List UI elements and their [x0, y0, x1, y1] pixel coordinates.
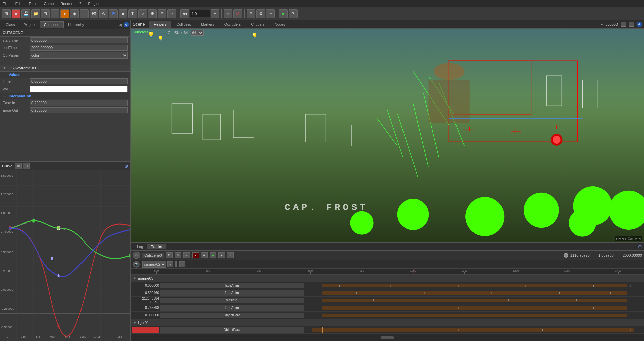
viewport-icon-2[interactable]: [629, 22, 634, 27]
toolbar-redo-icon[interactable]: ↺: [233, 9, 242, 18]
tab-tracks[interactable]: Tracks: [147, 244, 166, 249]
toolbar-wheel-icon[interactable]: ⊙: [99, 9, 108, 18]
scene-tab-clippers[interactable]: Clippers: [246, 21, 269, 28]
toolbar-new-icon[interactable]: ⊞: [2, 9, 11, 18]
menu-plugins[interactable]: Plugins: [87, 1, 102, 6]
toolbar-prev-icon[interactable]: ◀◀: [180, 9, 189, 18]
toolbar-box-icon[interactable]: ◻: [51, 9, 59, 18]
toolbar-fx-icon[interactable]: FX: [90, 9, 98, 18]
toolbar-T-icon[interactable]: T: [128, 9, 137, 18]
cam-plus-btn[interactable]: +: [179, 261, 185, 267]
scene-expand-icon[interactable]: ⊕: [637, 22, 642, 27]
menu-file[interactable]: File: [1, 1, 10, 6]
scene-tab-nodes[interactable]: Nodes: [270, 21, 290, 28]
track-timeline-1[interactable]: [305, 282, 644, 289]
grid-size-select[interactable]: 6432128: [191, 30, 204, 36]
menu-edit[interactable]: Edit: [14, 1, 23, 6]
toolbar-arrow-icon[interactable]: →: [80, 9, 89, 18]
toolbar-sphere-icon[interactable]: ●: [60, 9, 69, 18]
track-timeline-3[interactable]: [305, 297, 644, 304]
left-panel-arrow[interactable]: ◀: [119, 22, 122, 27]
left-tab-strip: Class Project Cutscene Hierarchy ◀ ⊕: [0, 20, 130, 29]
tl-stop-icon[interactable]: ■: [201, 252, 208, 258]
toolbar-grid-icon[interactable]: ⊡: [41, 9, 50, 18]
zoom-input[interactable]: 1.0: [190, 10, 210, 17]
tab-class[interactable]: Class: [1, 21, 19, 28]
track-name-5[interactable]: ObjectPara: [160, 313, 304, 318]
bottom-close-icon[interactable]: ⊕: [638, 244, 642, 249]
toolbar-arrow2-icon[interactable]: ↗: [167, 9, 176, 18]
toolbar-settings-icon[interactable]: ⚙: [256, 9, 265, 18]
svg-line-24: [10, 223, 27, 228]
track-value-2: 0.599460: [132, 291, 159, 295]
track-name-1[interactable]: fadeAnim: [160, 283, 304, 288]
val-color-swatch[interactable]: [30, 86, 128, 92]
track-name-3[interactable]: traslate: [160, 298, 304, 303]
light-color-swatch[interactable]: [132, 327, 159, 333]
curve-expand-icon[interactable]: ⊕: [124, 163, 128, 169]
toolbar-dots-icon[interactable]: ⋯: [266, 9, 275, 18]
toolbar-save-icon[interactable]: 💾: [21, 9, 30, 18]
ease-in-value[interactable]: [30, 100, 128, 106]
tab-log[interactable]: Log: [133, 244, 147, 249]
viewport-icon-1[interactable]: [621, 22, 626, 27]
toolbar-diamond-icon[interactable]: ◆: [119, 9, 127, 18]
menu-tools[interactable]: Tools: [27, 1, 39, 6]
tab-project[interactable]: Project: [19, 21, 40, 28]
track-timeline-5[interactable]: [305, 312, 644, 319]
tl-pause-icon[interactable]: ⏸: [227, 252, 234, 258]
tl-refresh2-icon[interactable]: ⟳: [166, 252, 173, 258]
scene-tab-occluders[interactable]: Occluders: [219, 21, 246, 28]
ease-out-value[interactable]: [30, 107, 128, 113]
menu-render[interactable]: Render: [59, 1, 74, 6]
scene-tab-helpers[interactable]: Helpers: [149, 21, 171, 28]
toolbar-star-icon[interactable]: ★: [12, 9, 20, 18]
tab-cutscene[interactable]: Cutscene: [40, 21, 64, 28]
tl-record-icon[interactable]: ●: [192, 252, 199, 258]
toolbar-flag-icon[interactable]: ⚑: [109, 9, 118, 18]
toolbar-dropdown-icon[interactable]: ▼: [211, 9, 219, 18]
left-panel-expand-icon[interactable]: ⊕: [124, 22, 129, 27]
toolbar-grid2-icon[interactable]: ⊞: [247, 9, 255, 18]
toolbar-node-icon[interactable]: ◈: [70, 9, 79, 18]
track-timeline-4[interactable]: [305, 304, 644, 311]
tl-stop2-icon[interactable]: ■: [218, 252, 225, 258]
toolbar-undo-icon[interactable]: ↩: [224, 9, 232, 18]
scene-tab-markers[interactable]: Markers: [196, 21, 219, 28]
viewport[interactable]: CAP. FROST 50meters: [131, 29, 644, 242]
menu-game[interactable]: Game: [42, 1, 55, 6]
curve-tool-1[interactable]: ⊞: [15, 163, 22, 169]
menu-help[interactable]: ?: [78, 1, 83, 6]
svg-rect-107: [593, 307, 594, 309]
tl-move-icon[interactable]: ↔: [183, 252, 190, 258]
track-timeline-light-1[interactable]: [305, 326, 644, 333]
tab-hierarchy[interactable]: Hierarchy: [64, 21, 88, 28]
cam-minus-btn[interactable]: −: [167, 261, 173, 267]
track-name-2[interactable]: fadeAnim: [160, 290, 304, 296]
svg-rect-106: [458, 307, 459, 309]
toolbar-folder-icon[interactable]: 📁: [31, 9, 40, 18]
toolbar-gear-icon[interactable]: ⚙: [148, 9, 157, 18]
tl-play-icon[interactable]: ▶: [210, 252, 216, 258]
bottom-section: Log Tracks ⊕ ⟳ Cutscene0 ⟳ ✎ ↔ ● ■ ▶ ■ ⏸…: [131, 242, 644, 341]
end-time-value[interactable]: [30, 45, 128, 51]
toolbar-play-icon[interactable]: ▶: [279, 9, 288, 18]
tracks-scroll-bar[interactable]: [131, 334, 644, 341]
track-name-4[interactable]: fadeAnim: [160, 305, 304, 311]
tl-edit-icon[interactable]: ✎: [175, 252, 181, 258]
toolbar-checker-icon[interactable]: ⊞: [158, 9, 166, 18]
camera-select[interactable]: camera02: [142, 261, 166, 268]
tl-refresh-icon[interactable]: ⟳: [133, 252, 140, 259]
scroll-thumb[interactable]: [381, 336, 394, 339]
start-time-value[interactable]: [30, 37, 128, 43]
curve-canvas[interactable]: 1.500000 1.250000 1.000000 0.750000 0.50…: [0, 170, 130, 341]
scene-tab-colliders[interactable]: Colliders: [171, 21, 196, 28]
track-timeline-2[interactable]: [305, 289, 644, 296]
time-value[interactable]: [30, 78, 128, 84]
curve-tool-2[interactable]: ⊟: [23, 163, 30, 169]
obj-param-select[interactable]: color: [30, 52, 128, 59]
viewport-background: [131, 29, 644, 242]
toolbar-circle-icon[interactable]: ○: [138, 9, 147, 18]
toolbar-question-icon[interactable]: ?: [289, 9, 298, 18]
track-name-light-1[interactable]: ObjectPara: [160, 327, 304, 333]
